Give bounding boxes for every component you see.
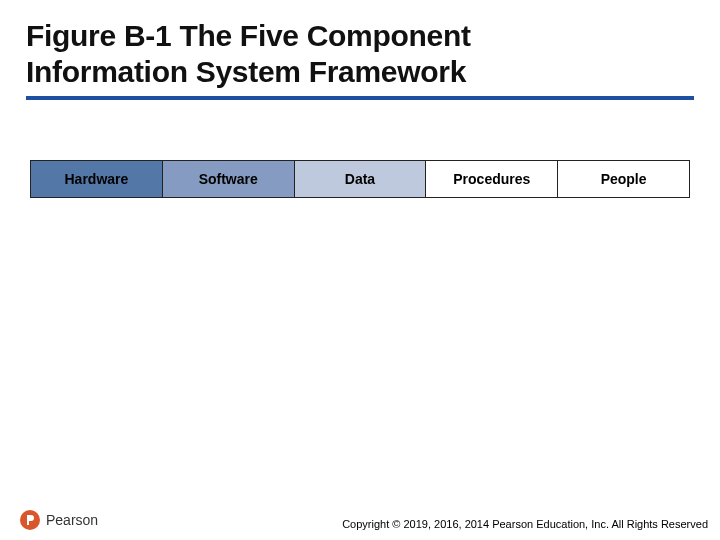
copyright-text: Copyright © 2019, 2016, 2014 Pearson Edu… [342, 518, 708, 530]
pearson-logo-icon [20, 510, 40, 530]
figure-title: Figure B-1 The Five Component Informatio… [26, 18, 694, 100]
component-cell: Hardware [31, 161, 163, 197]
pearson-logo-text: Pearson [46, 512, 98, 528]
component-label: Data [345, 171, 375, 187]
component-label: Procedures [453, 171, 530, 187]
title-line-2: Information System Framework [26, 54, 694, 90]
component-label: Hardware [64, 171, 128, 187]
component-cell: Data [295, 161, 427, 197]
slide: Figure B-1 The Five Component Informatio… [0, 0, 720, 540]
component-cell: People [558, 161, 689, 197]
five-component-row: Hardware Software Data Procedures People [30, 160, 690, 198]
component-cell: Software [163, 161, 295, 197]
component-label: Software [199, 171, 258, 187]
component-label: People [601, 171, 647, 187]
title-line-1: Figure B-1 The Five Component [26, 18, 694, 54]
footer: Pearson Copyright © 2019, 2016, 2014 Pea… [0, 492, 720, 540]
pearson-logo: Pearson [20, 510, 98, 530]
component-cell: Procedures [426, 161, 558, 197]
